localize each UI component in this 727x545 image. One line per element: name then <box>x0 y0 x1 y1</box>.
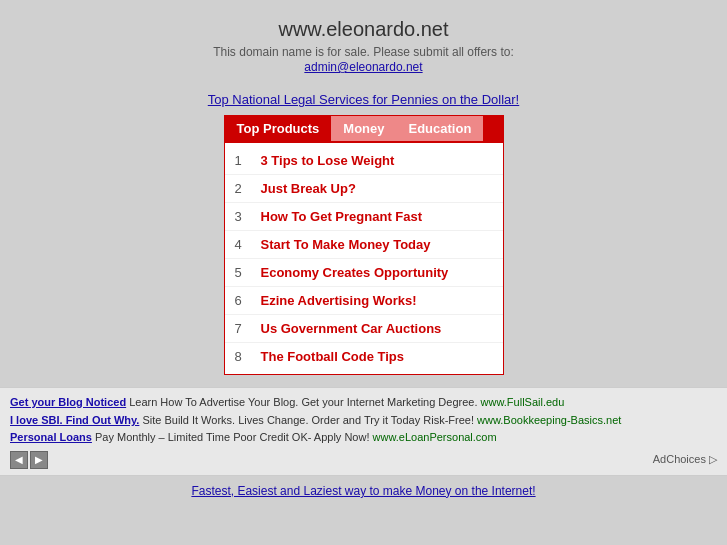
ad-banner: Top National Legal Services for Pennies … <box>208 92 519 107</box>
item-number: 1 <box>235 153 255 168</box>
item-number: 6 <box>235 293 255 308</box>
footer-link-anchor[interactable]: Fastest, Easiest and Laziest way to make… <box>191 484 535 498</box>
item-link[interactable]: 3 Tips to Lose Weight <box>261 153 395 168</box>
ad-url[interactable]: www.eLoanPersonal.com <box>373 431 497 443</box>
ad-url[interactable]: www.Bookkeeping-Basics.net <box>477 414 621 426</box>
ad-choices-row: ◀▶AdChoices ▷ <box>10 451 717 469</box>
site-title: www.eleonardo.net <box>213 18 514 41</box>
tab-education[interactable]: Education <box>396 116 483 141</box>
ad-choices-label: AdChoices ▷ <box>653 453 717 466</box>
email-link[interactable]: admin@eleonardo.net <box>304 60 422 74</box>
list-container: 13 Tips to Lose Weight2Just Break Up?3Ho… <box>225 143 503 374</box>
item-link[interactable]: Ezine Advertising Works! <box>261 293 417 308</box>
item-number: 3 <box>235 209 255 224</box>
ad-banner-link[interactable]: Top National Legal Services for Pennies … <box>208 92 519 107</box>
ad-nav-next[interactable]: ▶ <box>30 451 48 469</box>
ad-row: Get your Blog Noticed Learn How To Adver… <box>10 394 717 412</box>
item-link[interactable]: Economy Creates Opportunity <box>261 265 449 280</box>
item-link[interactable]: Us Government Car Auctions <box>261 321 442 336</box>
ad-url[interactable]: www.FullSail.edu <box>481 396 565 408</box>
ad-title[interactable]: Personal Loans <box>10 431 92 443</box>
list-item: 5Economy Creates Opportunity <box>225 259 503 287</box>
ad-row: Personal Loans Pay Monthly – Limited Tim… <box>10 429 717 447</box>
list-item: 4Start To Make Money Today <box>225 231 503 259</box>
tabs: Top Products Money Education <box>225 116 503 143</box>
item-number: 5 <box>235 265 255 280</box>
ad-description: Pay Monthly – Limited Time Poor Credit O… <box>92 431 373 443</box>
list-item: 6Ezine Advertising Works! <box>225 287 503 315</box>
item-number: 2 <box>235 181 255 196</box>
item-link[interactable]: The Football Code Tips <box>261 349 404 364</box>
tab-top-products[interactable]: Top Products <box>225 116 332 141</box>
ad-description: Learn How To Advertise Your Blog. Get yo… <box>126 396 480 408</box>
list-item: 8The Football Code Tips <box>225 343 503 370</box>
ad-row: I love SBI. Find Out Why. Site Build It … <box>10 412 717 430</box>
bottom-ads: Get your Blog Noticed Learn How To Adver… <box>0 387 727 476</box>
item-number: 8 <box>235 349 255 364</box>
ad-title[interactable]: Get your Blog Noticed <box>10 396 126 408</box>
ad-nav: ◀▶ <box>10 451 48 469</box>
ad-title[interactable]: I love SBI. Find Out Why. <box>10 414 139 426</box>
list-item: 3How To Get Pregnant Fast <box>225 203 503 231</box>
item-link[interactable]: Start To Make Money Today <box>261 237 431 252</box>
tab-money[interactable]: Money <box>331 116 396 141</box>
subtitle: This domain name is for sale. Please sub… <box>213 45 514 59</box>
page-wrapper: www.eleonardo.net This domain name is fo… <box>0 0 727 545</box>
list-item: 2Just Break Up? <box>225 175 503 203</box>
item-link[interactable]: How To Get Pregnant Fast <box>261 209 423 224</box>
item-link[interactable]: Just Break Up? <box>261 181 356 196</box>
ad-nav-prev[interactable]: ◀ <box>10 451 28 469</box>
ad-description: Site Build It Works. Lives Change. Order… <box>139 414 477 426</box>
list-item: 13 Tips to Lose Weight <box>225 147 503 175</box>
item-number: 7 <box>235 321 255 336</box>
item-number: 4 <box>235 237 255 252</box>
footer-link: Fastest, Easiest and Laziest way to make… <box>191 476 535 506</box>
header: www.eleonardo.net This domain name is fo… <box>213 0 514 82</box>
main-box: Top Products Money Education 13 Tips to … <box>224 115 504 375</box>
list-item: 7Us Government Car Auctions <box>225 315 503 343</box>
